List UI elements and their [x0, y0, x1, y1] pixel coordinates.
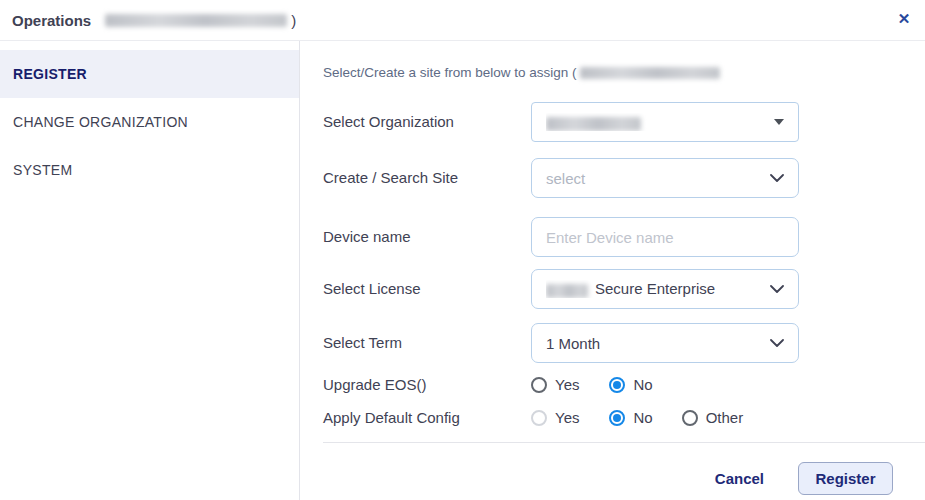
redacted-device-id — [580, 67, 720, 79]
create-search-site-label: Create / Search Site — [323, 158, 458, 198]
sidebar-item-system[interactable]: SYSTEM — [0, 146, 299, 194]
device-name-input[interactable] — [531, 217, 799, 257]
caret-down-icon — [774, 119, 784, 125]
operations-dialog: Operations ) ✕ REGISTER CHANGE ORGANIZAT… — [0, 0, 925, 500]
sidebar-item-label: REGISTER — [13, 66, 87, 82]
select-term-dropdown[interactable]: 1 Month — [531, 323, 799, 363]
sidebar-item-register[interactable]: REGISTER — [0, 50, 299, 98]
radio-disabled-icon — [531, 410, 547, 426]
close-icon[interactable]: ✕ — [891, 6, 917, 32]
apply-default-config-yes-option[interactable]: Yes — [531, 409, 579, 426]
footer-actions: Cancel Register — [715, 462, 893, 495]
sidebar-item-label: SYSTEM — [13, 162, 72, 178]
apply-default-config-other-option[interactable]: Other — [682, 409, 744, 426]
redacted-license-prefix — [546, 284, 588, 298]
footer-divider — [323, 442, 925, 443]
radio-selected-icon[interactable] — [609, 377, 625, 393]
redacted-organization-value — [546, 113, 766, 130]
dialog-title-suffix: ) — [291, 12, 296, 29]
select-license-dropdown[interactable]: Secure Enterprise — [531, 269, 799, 309]
register-button[interactable]: Register — [798, 462, 893, 495]
chevron-down-icon — [770, 339, 784, 347]
redacted-device-id — [105, 14, 287, 27]
register-form: Select/Create a site from below to assig… — [301, 41, 925, 500]
select-organization-label: Select Organization — [323, 102, 454, 142]
select-license-label: Select License — [323, 269, 421, 309]
radio-selected-icon[interactable] — [609, 410, 625, 426]
device-name-label: Device name — [323, 217, 411, 257]
upgrade-eos-yes-option[interactable]: Yes — [531, 376, 579, 393]
select-term-value: 1 Month — [546, 335, 762, 352]
create-search-site-placeholder: select — [546, 170, 762, 187]
sidebar: REGISTER CHANGE ORGANIZATION SYSTEM — [0, 41, 300, 500]
select-license-value: Secure Enterprise — [546, 280, 762, 297]
chevron-down-icon — [770, 174, 784, 182]
cancel-button[interactable]: Cancel — [715, 470, 764, 487]
form-intro-text: Select/Create a site from below to assig… — [323, 65, 577, 80]
upgrade-eos-no-option[interactable]: No — [609, 376, 652, 393]
radio-unselected-icon[interactable] — [531, 377, 547, 393]
create-search-site-dropdown[interactable]: select — [531, 158, 799, 198]
apply-default-config-radio-group: Yes No Other — [531, 409, 743, 426]
upgrade-eos-radio-group: Yes No — [531, 376, 653, 393]
radio-unselected-icon[interactable] — [682, 410, 698, 426]
select-organization-dropdown[interactable] — [531, 102, 799, 142]
dialog-header: Operations ) ✕ — [0, 0, 925, 41]
upgrade-eos-label: Upgrade EOS() — [323, 376, 426, 394]
chevron-down-icon — [770, 285, 784, 293]
sidebar-item-change-organization[interactable]: CHANGE ORGANIZATION — [0, 98, 299, 146]
sidebar-item-label: CHANGE ORGANIZATION — [13, 114, 188, 130]
dialog-title: Operations — [12, 12, 91, 29]
apply-default-config-label: Apply Default Config — [323, 409, 460, 427]
select-term-label: Select Term — [323, 323, 402, 363]
apply-default-config-no-option[interactable]: No — [609, 409, 652, 426]
form-intro: Select/Create a site from below to assig… — [323, 65, 720, 80]
